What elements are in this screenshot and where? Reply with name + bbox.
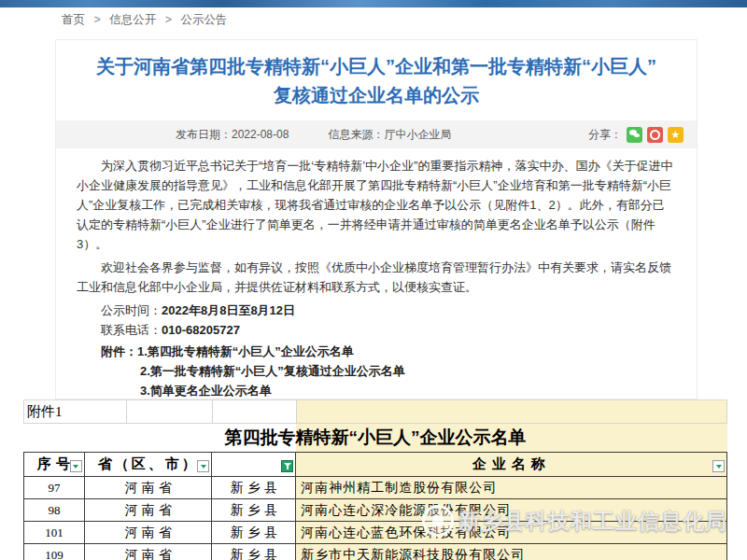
column-header-seq: 序号 <box>24 453 85 476</box>
notice-time-line: 公示时间：2022年8月8日至8月12日 <box>77 301 676 320</box>
article-card: 关于河南省第四批专精特新“小巨人”企业和第一批专精特新“小巨人”复核通过企业名单… <box>55 39 698 399</box>
paragraph: 为深入贯彻习近平总书记关于“培育一批‘专精特新’中小企业”的重要指示精神，落实中… <box>77 156 676 254</box>
empty-cell <box>213 400 297 424</box>
breadcrumb-separator: > <box>165 13 172 26</box>
wechat-share-icon[interactable] <box>627 127 642 143</box>
notice-time-label: 公示时间： <box>101 303 162 317</box>
chevron-down-icon <box>716 465 722 469</box>
publish-date: 发布日期：2022-08-08 <box>176 127 289 143</box>
weibo-share-icon[interactable] <box>647 127 663 143</box>
share-label: 分享： <box>588 127 622 143</box>
funnel-icon <box>287 466 289 469</box>
seq-cell: 101 <box>24 522 85 543</box>
data-table: 序号 省（区、市） 企业名称 97 河南省 新乡县 河南神州精工制造股份有限公司 <box>23 452 727 560</box>
qzone-share-icon[interactable] <box>668 127 684 143</box>
table-row: 101 河南省 新乡县 河南心连心蓝色环保科技有限公司 <box>24 522 726 544</box>
province-cell: 河南省 <box>85 499 213 521</box>
filter-dropdown-button[interactable] <box>712 460 725 472</box>
table-row: 97 河南省 新乡县 河南神州精工制造股份有限公司 <box>24 477 726 499</box>
seq-cell: 109 <box>24 544 85 560</box>
column-header-county <box>212 453 296 476</box>
breadcrumb-info-disclosure[interactable]: 信息公开 <box>109 13 156 26</box>
article-meta-bar: 发布日期：2022-08-08 信息来源：厅中小企业局 分享： <box>56 120 697 148</box>
column-header-province: 省（区、市） <box>85 453 213 476</box>
chevron-down-icon <box>201 465 206 469</box>
attachments-label: 附件： <box>101 344 137 358</box>
breadcrumb-separator: > <box>93 13 100 26</box>
column-header-company: 企业名称 <box>296 453 726 476</box>
table-row: 98 河南省 新乡县 河南心连心深冷能源股份有限公司 <box>24 499 726 522</box>
attachment-item-1: 1.第四批专精特新“小巨人”企业公示名单 <box>137 344 354 358</box>
article-body: 为深入贯彻习近平总书记关于“培育一批‘专精特新’中小企业”的重要指示精神，落实中… <box>56 148 697 399</box>
attachment-line-1: 附件：1.第四批专精特新“小巨人”企业公示名单 <box>77 342 676 361</box>
province-cell: 河南省 <box>85 477 213 498</box>
province-cell: 河南省 <box>85 544 213 560</box>
sheet-attachment-row: 附件1 <box>23 399 727 424</box>
page-title: 关于河南省第四批专精特新“小巨人”企业和第一批专精特新“小巨人”复核通过企业名单… <box>88 52 665 110</box>
breadcrumb: 首页 > 信息公开 > 公示公告 <box>62 12 228 28</box>
county-cell: 新乡县 <box>212 477 296 498</box>
publish-date-value: 2022-08-08 <box>232 128 289 141</box>
company-cell: 新乡市中天新能源科技股份有限公司 <box>296 544 726 560</box>
attachment-item-3: 3.简单更名企业公示名单 <box>77 381 676 399</box>
contact-phone-value: 010-68205727 <box>162 323 240 337</box>
notice-time-value: 2022年8月8日至8月12日 <box>162 303 295 317</box>
company-cell: 河南神州精工制造股份有限公司 <box>296 477 726 498</box>
info-source-label: 信息来源： <box>328 128 384 141</box>
company-cell: 河南心连心蓝色环保科技有限公司 <box>296 522 726 543</box>
filter-applied-icon[interactable] <box>281 460 293 472</box>
table-row: 109 河南省 新乡县 新乡市中天新能源科技股份有限公司 <box>24 544 726 560</box>
county-cell: 新乡县 <box>212 499 296 521</box>
table-title: 第四批专精特新“小巨人”企业公示名单 <box>23 424 727 452</box>
province-cell: 河南省 <box>85 522 213 543</box>
info-source: 信息来源：厅中小企业局 <box>328 127 451 143</box>
filter-dropdown-button[interactable] <box>197 460 209 472</box>
breadcrumb-home[interactable]: 首页 <box>62 13 85 26</box>
table-header-row: 序号 省（区、市） 企业名称 <box>24 453 726 477</box>
paragraph: 欢迎社会各界参与监督，如有异议，按照《优质中小企业梯度培育管理暂行办法》中有关要… <box>77 258 676 297</box>
seq-cell: 98 <box>24 499 85 521</box>
attachment-item-2: 2.第一批专精特新“小巨人”复核通过企业公示名单 <box>77 361 676 381</box>
company-cell: 河南心连心深冷能源股份有限公司 <box>296 499 726 521</box>
contact-phone-line: 联系电话：010-68205727 <box>77 320 676 340</box>
info-source-value: 厅中小企业局 <box>384 128 451 141</box>
column-header-company-label: 企业名称 <box>472 455 551 473</box>
attachment1-cell: 附件1 <box>24 400 127 424</box>
breadcrumb-announcements[interactable]: 公示公告 <box>181 13 228 26</box>
empty-cell <box>297 400 727 424</box>
chevron-down-icon <box>73 465 78 469</box>
seq-cell: 97 <box>24 477 85 498</box>
top-nav-bar <box>0 0 747 7</box>
column-header-province-label: 省（区、市） <box>98 455 199 473</box>
county-cell: 新乡县 <box>212 544 296 560</box>
excel-sheet: 附件1 第四批专精特新“小巨人”企业公示名单 序号 省（区、市） 企业名称 <box>23 399 727 560</box>
contact-phone-label: 联系电话： <box>101 323 162 337</box>
county-cell: 新乡县 <box>212 522 296 543</box>
empty-cell <box>127 400 213 424</box>
share-toolbar: 分享： <box>588 127 684 143</box>
publish-date-label: 发布日期： <box>176 128 232 141</box>
filter-dropdown-button[interactable] <box>70 460 82 472</box>
